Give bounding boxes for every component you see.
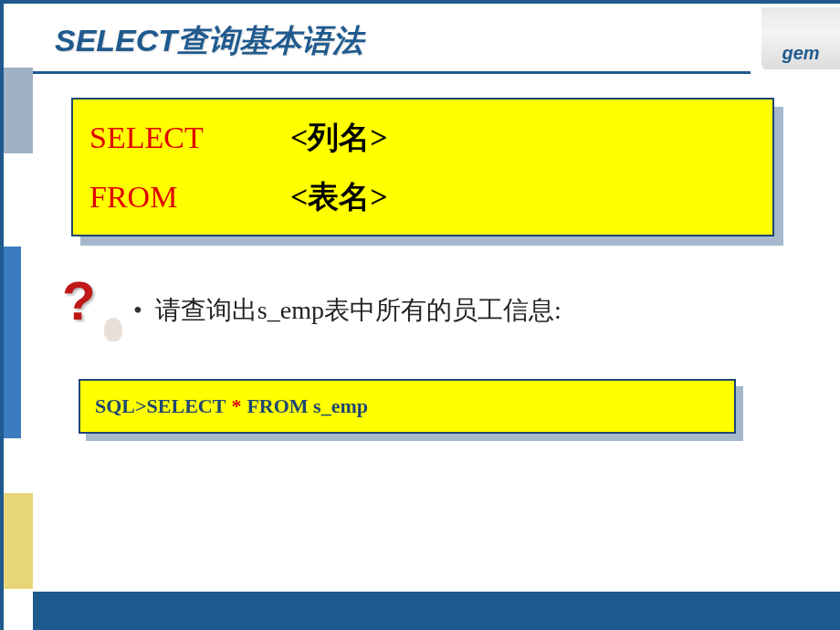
syntax-line-2: FROM <表名> (89, 168, 756, 227)
left-blue-box-deco (4, 247, 21, 438)
left-grey-box-deco (4, 68, 33, 153)
top-border-deco (0, 0, 840, 4)
syntax-line-1: SELECT <列名> (89, 109, 756, 168)
title-underline (33, 71, 751, 74)
sql-prompt: SQL> (95, 394, 147, 418)
gem-logo: gem (761, 7, 840, 69)
bullet-icon: • (133, 296, 142, 325)
sql-example-box: SQL> SELECT * FROM s_emp (79, 379, 736, 434)
left-yellow-box-deco (4, 493, 33, 589)
syntax-keyword-select: SELECT (89, 109, 290, 168)
question-row: ? • 请查询出s_emp表中所有的员工信息: (62, 274, 562, 347)
sql-from: FROM s_emp (247, 394, 368, 418)
syntax-keyword-from: FROM (89, 168, 290, 227)
slide-title: SELECT查询基本语法 (55, 20, 363, 62)
bottom-bar-deco (33, 593, 840, 630)
gem-logo-text: gem (782, 43, 819, 64)
syntax-arg-table: <表名> (290, 168, 388, 227)
sql-select: SELECT (147, 394, 226, 418)
sql-star: * (231, 394, 241, 418)
slide: gem SELECT查询基本语法 SELECT <列名> FROM <表名> ?… (0, 0, 840, 630)
syntax-box: SELECT <列名> FROM <表名> (71, 98, 774, 236)
question-mark-icon: ? (62, 274, 117, 347)
syntax-arg-columns: <列名> (290, 109, 388, 168)
question-text: 请查询出s_emp表中所有的员工信息: (155, 293, 562, 328)
